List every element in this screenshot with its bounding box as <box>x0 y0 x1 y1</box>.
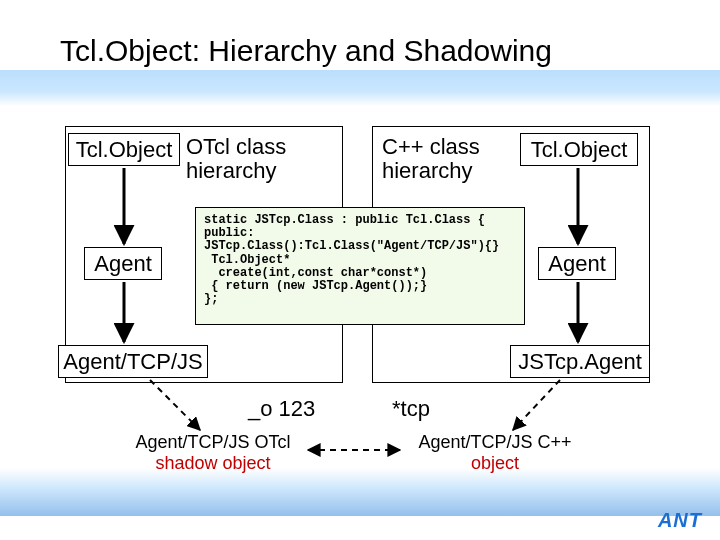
cpp-object-caption-l2: object <box>400 453 590 474</box>
otcl-shadow-caption: Agent/TCP/JS OTcl shadow object <box>118 432 308 474</box>
otcl-node-agenttcpjs: Agent/TCP/JS <box>58 345 208 378</box>
decor-ribbon-top <box>0 70 720 106</box>
instance-id-otcl: _o 123 <box>248 396 315 422</box>
cpp-node-tclobject: Tcl.Object <box>520 133 638 166</box>
arrow-otcl-to-shadow <box>150 380 200 430</box>
otcl-node-agent: Agent <box>84 247 162 280</box>
code-listing: static JSTcp.Class : public Tcl.Class { … <box>195 207 525 325</box>
arrow-cpp-to-object <box>513 380 560 430</box>
cpp-node-jstcpagent: JSTcp.Agent <box>510 345 650 378</box>
slide: Tcl.Object: Hierarchy and Shadowing OTcl… <box>0 0 720 540</box>
otcl-shadow-caption-l2: shadow object <box>118 453 308 474</box>
decor-ribbon-bottom <box>0 468 720 516</box>
otcl-node-tclobject: Tcl.Object <box>68 133 180 166</box>
cpp-object-caption: Agent/TCP/JS C++ object <box>400 432 590 474</box>
cpp-node-agent: Agent <box>538 247 616 280</box>
slide-title: Tcl.Object: Hierarchy and Shadowing <box>60 34 552 68</box>
footer-logo: ANT <box>658 509 702 532</box>
otcl-shadow-caption-l1: Agent/TCP/JS OTcl <box>118 432 308 453</box>
instance-id-cpp: *tcp <box>392 396 430 422</box>
cpp-object-caption-l1: Agent/TCP/JS C++ <box>400 432 590 453</box>
